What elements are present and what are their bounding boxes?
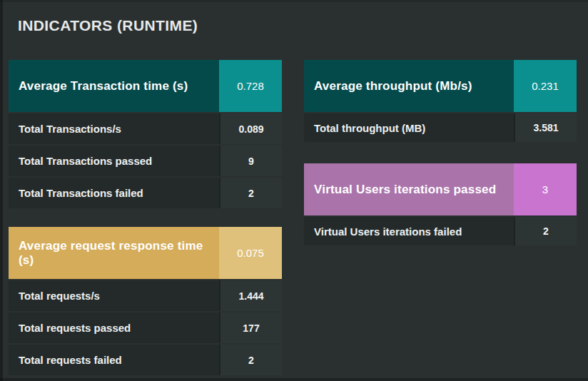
- metric-value: 2: [514, 217, 577, 245]
- metric-label: Total Transactions/s: [9, 113, 219, 144]
- card-header-label: Average Transaction time (s): [9, 60, 219, 112]
- card-average-throughput: Average throughput (Mb/s) 0.231 Total th…: [304, 60, 577, 142]
- card-header-value: 0.231: [514, 60, 577, 112]
- page-title: INDICATORS (RUNTIME): [18, 17, 198, 34]
- card-header: Average throughput (Mb/s) 0.231: [304, 60, 577, 112]
- card-header-label: Virtual Users iterations passed: [304, 163, 514, 215]
- metric-row: Total requests passed 177: [9, 313, 282, 343]
- metric-label: Total Transactions passed: [9, 146, 219, 176]
- metric-row: Total Transactions/s 0.089: [9, 113, 282, 144]
- card-header: Average Transaction time (s) 0.728: [9, 60, 282, 112]
- metric-row: Total Transactions failed 2: [9, 178, 282, 208]
- metric-value: 1.444: [219, 280, 282, 311]
- card-header-value: 0.075: [219, 227, 282, 279]
- card-average-request-response-time: Average request response time (s) 0.075 …: [9, 227, 282, 375]
- left-column: Average Transaction time (s) 0.728 Total…: [9, 60, 282, 375]
- card-header-label: Average request response time (s): [9, 227, 219, 279]
- metric-row: Total Transactions passed 9: [9, 146, 282, 176]
- metric-row: Total requests/s 1.444: [9, 280, 282, 311]
- metric-value: 177: [219, 313, 282, 343]
- card-header: Virtual Users iterations passed 3: [304, 163, 577, 215]
- metric-value: 3.581: [514, 113, 577, 142]
- card-average-transaction-time: Average Transaction time (s) 0.728 Total…: [9, 60, 282, 208]
- card-header: Average request response time (s) 0.075: [9, 227, 282, 279]
- card-header-label: Average throughput (Mb/s): [304, 60, 514, 112]
- metric-label: Total requests failed: [9, 345, 219, 375]
- metric-row: Virtual Users iterations failed 2: [304, 217, 577, 245]
- card-header-value: 0.728: [219, 60, 282, 112]
- metric-label: Total requests passed: [9, 313, 219, 343]
- metric-label: Total Transactions failed: [9, 178, 219, 208]
- metric-label: Total requests/s: [9, 280, 219, 311]
- metric-value: 9: [219, 146, 282, 176]
- metric-row: Total requests failed 2: [9, 345, 282, 375]
- card-header-value: 3: [514, 163, 577, 215]
- card-virtual-users-iterations: Virtual Users iterations passed 3 Virtua…: [304, 163, 577, 245]
- metric-value: 2: [219, 178, 282, 208]
- metric-row: Total throughput (MB) 3.581: [304, 113, 577, 142]
- metric-label: Virtual Users iterations failed: [304, 217, 514, 245]
- metric-label: Total throughput (MB): [304, 113, 514, 142]
- metric-value: 2: [219, 345, 282, 375]
- metric-value: 0.089: [219, 113, 282, 144]
- right-column: Average throughput (Mb/s) 0.231 Total th…: [304, 60, 577, 245]
- indicators-grid: Average Transaction time (s) 0.728 Total…: [9, 60, 577, 375]
